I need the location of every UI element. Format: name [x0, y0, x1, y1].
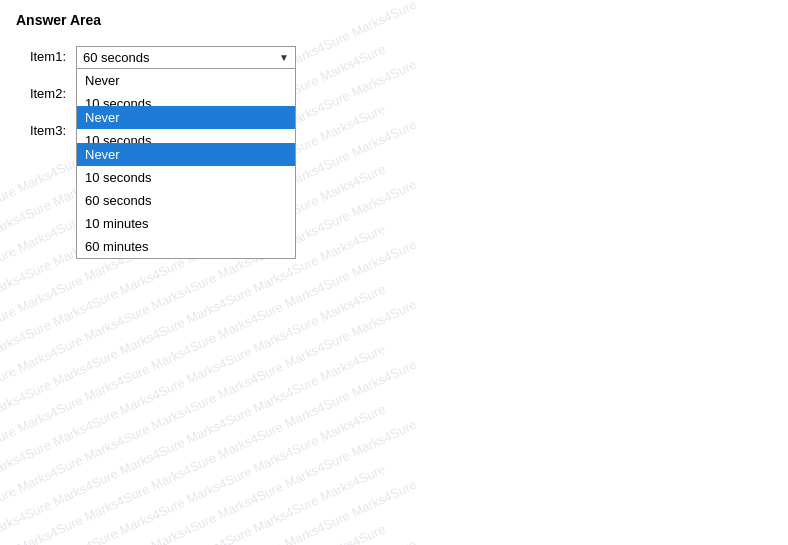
items-container: Item1:60 seconds▼Never10 seconds60 secon… [16, 46, 772, 143]
item-label-1: Item1: [16, 46, 76, 64]
dropdown-option-3-0[interactable]: Never [77, 143, 295, 166]
dropdown-option-2-0[interactable]: Never [77, 106, 295, 129]
dropdown-option-3-4[interactable]: 60 minutes [77, 235, 295, 258]
item-label-2: Item2: [16, 83, 76, 101]
item-label-3: Item3: [16, 120, 76, 138]
dropdown-option-1-0[interactable]: Never [77, 69, 295, 92]
dropdown-header-1[interactable]: 60 seconds▼ [76, 46, 296, 69]
dropdown-selected-1: 60 seconds [83, 50, 150, 65]
item-row-1: Item1:60 seconds▼Never10 seconds60 secon… [16, 46, 772, 69]
dropdown-1[interactable]: 60 seconds▼Never10 seconds60 seconds10 m… [76, 46, 296, 69]
chevron-down-icon-1: ▼ [279, 52, 289, 63]
dropdown-option-3-2[interactable]: 60 seconds [77, 189, 295, 212]
main-content: Answer Area Item1:60 seconds▼Never10 sec… [0, 0, 788, 169]
dropdown-option-3-3[interactable]: 10 minutes [77, 212, 295, 235]
dropdown-option-3-1[interactable]: 10 seconds [77, 166, 295, 189]
dropdown-list-3: Never10 seconds60 seconds10 minutes60 mi… [76, 143, 296, 259]
page-title: Answer Area [16, 12, 772, 28]
